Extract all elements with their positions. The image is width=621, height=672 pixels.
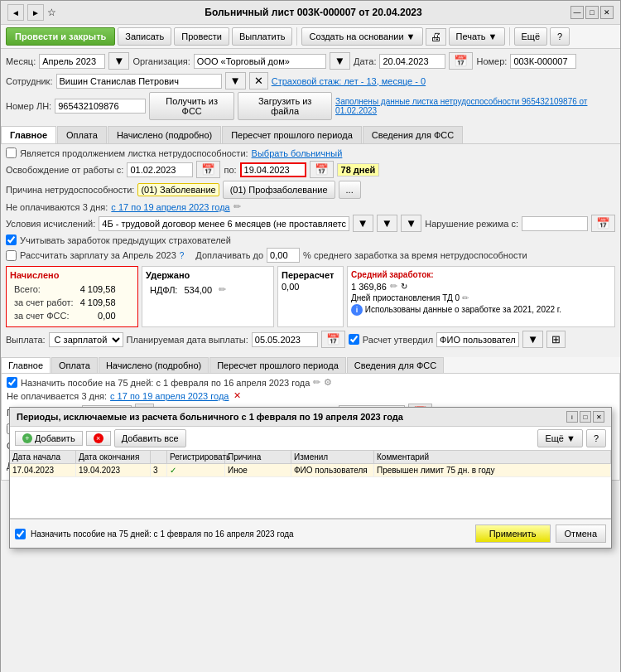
- earnings-info-icon: i: [351, 304, 363, 316]
- main-tabs: Главное Оплата Начислено (подробно) Пере…: [1, 126, 620, 144]
- number-input[interactable]: [510, 54, 576, 69]
- tab-fss[interactable]: Сведения для ФСС: [363, 126, 463, 143]
- reason-more-button[interactable]: ...: [339, 181, 361, 199]
- conditions-row: Условия исчислений: ▼ ▼ ▼ Нарушение режи…: [6, 215, 615, 232]
- unpaid-remove-icon[interactable]: ✕: [233, 390, 241, 401]
- assign-benefit-checkbox[interactable]: [7, 377, 17, 388]
- avg-refresh-button[interactable]: ↻: [401, 282, 407, 291]
- overlay-add-all-button[interactable]: Добавить все: [114, 429, 186, 447]
- violation-picker[interactable]: 📅: [591, 215, 615, 232]
- inner-tab-main[interactable]: Главное: [1, 357, 51, 373]
- unpaid-edit-icon[interactable]: ✏: [233, 201, 241, 212]
- inner-tab-accrued[interactable]: Начислено (подробно): [99, 357, 209, 373]
- calc-confirmed-checkbox[interactable]: [349, 334, 359, 345]
- calc-salary-help[interactable]: ?: [180, 251, 185, 260]
- conditions-picker-3[interactable]: ▼: [401, 215, 421, 232]
- tab-main[interactable]: Главное: [1, 126, 56, 143]
- more-button[interactable]: Ещё: [514, 27, 548, 46]
- choose-sick-link[interactable]: Выбрать больничный: [252, 148, 343, 158]
- calc-confirmed-btn2[interactable]: ⊞: [546, 331, 566, 348]
- restore-button[interactable]: □: [585, 6, 599, 19]
- release-from-input[interactable]: [127, 162, 193, 177]
- pay-button[interactable]: Выплатить: [232, 27, 292, 46]
- employee-clear-button[interactable]: ✕: [249, 72, 268, 89]
- inner-unpaid-row: Не оплачивается 3 дня: с 17 по 19 апреля…: [7, 390, 614, 401]
- load-file-button[interactable]: Загрузить из файла: [238, 92, 332, 120]
- print-icon-button[interactable]: 🖨: [426, 28, 446, 46]
- avg-val: 1 369,86: [351, 282, 387, 292]
- post-close-button[interactable]: Провести и закрыть: [6, 27, 115, 46]
- inner-tab-payment[interactable]: Оплата: [51, 357, 98, 373]
- date-input[interactable]: [379, 54, 445, 69]
- overlay-help-button[interactable]: ?: [586, 429, 606, 447]
- plan-date-picker[interactable]: 📅: [321, 331, 345, 348]
- top-up-input[interactable]: [267, 248, 300, 263]
- overlay-title-bar: Периоды, исключаемые из расчета больничн…: [10, 408, 611, 427]
- unpaid-link[interactable]: с 17 по 19 апреля 2023 года: [111, 202, 229, 212]
- ln-status-link[interactable]: Заполнены данные листка нетрудоспособнос…: [335, 97, 615, 115]
- table-row[interactable]: 17.04.2023 19.04.2023 3 ✓ Иное ФИО польз…: [10, 464, 611, 477]
- tab-accrued-detail[interactable]: Начислено (подробно): [108, 126, 221, 143]
- nav-back-button[interactable]: ◄: [7, 4, 24, 21]
- days-edit-icon[interactable]: ✏: [462, 293, 469, 302]
- favorite-button[interactable]: ☆: [47, 7, 56, 18]
- overlay-more-button[interactable]: Ещё ▼: [537, 429, 582, 447]
- nav-forward-button[interactable]: ►: [27, 4, 44, 21]
- release-to-picker[interactable]: 📅: [310, 161, 334, 178]
- date-picker-button[interactable]: 📅: [449, 52, 473, 70]
- org-picker-button[interactable]: ▼: [330, 52, 350, 70]
- overlay-info-button[interactable]: i: [566, 411, 578, 423]
- calc-salary-checkbox[interactable]: [6, 250, 17, 261]
- print-button[interactable]: Печать ▼: [449, 27, 505, 46]
- violation-input[interactable]: [522, 216, 588, 231]
- insurance-link[interactable]: Страховой стаж: лет - 13, месяце - 0: [272, 76, 426, 86]
- conditions-picker-2[interactable]: ▼: [377, 215, 397, 232]
- ndfl-edit-icon[interactable]: ✏: [219, 284, 226, 294]
- calc-confirmed-picker[interactable]: ▼: [522, 331, 543, 348]
- overlay-restore-button[interactable]: □: [580, 411, 591, 423]
- post-button[interactable]: Провести: [174, 27, 229, 46]
- avg-edit-icon[interactable]: ✏: [390, 281, 397, 292]
- employee-picker-button[interactable]: ▼: [225, 72, 246, 89]
- close-button[interactable]: ✕: [600, 6, 614, 19]
- tab-recalc[interactable]: Пересчет прошлого периода: [222, 126, 362, 143]
- overlay-delete-button[interactable]: ×: [86, 431, 111, 446]
- consider-prev-checkbox[interactable]: [6, 234, 17, 245]
- inner-unpaid-link[interactable]: с 17 по 19 апреля 2023 года: [110, 391, 229, 401]
- release-from-picker[interactable]: 📅: [196, 161, 220, 178]
- inner-tab-fss[interactable]: Сведения для ФСС: [347, 357, 444, 373]
- reason1-button[interactable]: (01) Заболевание: [137, 183, 219, 196]
- conditions-label: Условия исчислений:: [6, 219, 95, 229]
- col-register: Регистрировать: [167, 451, 225, 463]
- reason2-button[interactable]: (01) Профзаболевание: [223, 181, 335, 199]
- calc-confirmed-input[interactable]: [436, 332, 519, 347]
- continuation-checkbox[interactable]: [6, 147, 17, 158]
- title-bar-left: ◄ ► ☆: [7, 4, 56, 21]
- inner-tab-recalc[interactable]: Пересчет прошлого периода: [209, 357, 346, 373]
- overlay-add-button[interactable]: + Добавить: [15, 431, 83, 446]
- tab-payment[interactable]: Оплата: [57, 126, 107, 143]
- assign-edit-icon[interactable]: ✏: [313, 377, 320, 388]
- conditions-picker-1[interactable]: ▼: [353, 215, 373, 232]
- month-picker-button[interactable]: ▼: [108, 52, 129, 70]
- plan-date-input[interactable]: [252, 332, 318, 347]
- release-to-input[interactable]: [240, 162, 306, 177]
- employee-input[interactable]: [56, 74, 222, 89]
- ln-input[interactable]: [55, 99, 146, 114]
- help-button[interactable]: ?: [550, 27, 570, 46]
- payment-select[interactable]: С зарплатой: [49, 332, 123, 347]
- toolbar: Провести и закрыть Записать Провести Вып…: [1, 25, 620, 49]
- month-input[interactable]: [39, 54, 105, 69]
- assign-settings-icon[interactable]: ⚙: [324, 377, 332, 388]
- get-fss-button[interactable]: Получить из ФСС: [149, 92, 234, 120]
- save-button[interactable]: Записать: [118, 27, 171, 46]
- create-basis-button[interactable]: Создать на основании ▼: [301, 27, 422, 46]
- org-input[interactable]: [194, 54, 326, 69]
- minimize-button[interactable]: —: [570, 6, 584, 19]
- footer-assign-benefit-checkbox[interactable]: [15, 529, 26, 539]
- cancel-button[interactable]: Отмена: [556, 525, 606, 543]
- conditions-input[interactable]: [99, 216, 349, 231]
- held-title: Удержано: [146, 270, 270, 280]
- overlay-close-button[interactable]: ✕: [593, 411, 604, 423]
- apply-button[interactable]: Применить: [475, 525, 551, 543]
